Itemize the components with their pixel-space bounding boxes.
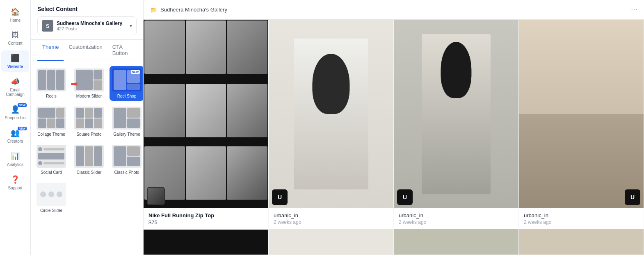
theme-preview-square [74,107,104,130]
email-icon: 📣 [11,77,20,86]
theme-item-social-card[interactable]: Social Card [34,142,69,177]
theme-preview-classic-photo [112,145,142,168]
support-icon: ❓ [11,175,20,184]
gallery-avatar: S [42,20,53,32]
tab-theme[interactable]: Theme [37,40,64,61]
photo-time: 2 weeks ago [274,219,388,225]
circle-dot [48,191,54,197]
more-options-button[interactable]: ⋯ [631,6,637,14]
gallery-name: Sudheera Minocha's Gallery [57,20,126,26]
gallery-posts: 427 Posts [57,26,126,31]
sidebar-item-label: Analytics [7,162,23,167]
theme-label: Social Card [41,170,62,175]
panel-header: Select Content S Sudheera Minocha's Gall… [31,0,143,40]
theme-preview-reels [37,68,66,91]
theme-item-classic-photo[interactable]: Classic Photo [110,142,144,177]
sidebar-item-label: Website [7,64,23,69]
home-icon: 🏠 [11,7,20,16]
sidebar-item-content[interactable]: 🖼 Content [1,27,29,49]
sidebar-item-label: Content [8,41,22,46]
sidebar-item-support[interactable]: ❓ Support [1,172,29,194]
theme-preview-reel-shop: NEW [112,68,142,91]
theme-label: Circle Slider [40,208,62,213]
gallery-info: Sudheera Minocha's Gallery 427 Posts [57,20,126,31]
circle-dot [40,191,46,197]
photo-username: urbanic_in [524,212,639,219]
theme-grid: Reels Modern Slider NEW [31,61,143,220]
photo-card-info: urbanic_in 2 weeks ago [394,208,518,229]
photo-card-info: Nike Full Running Zip Top $75 [144,208,268,230]
theme-preview-collage [37,107,66,130]
theme-label: Reel Shop [117,94,137,98]
photo-card: Nike Full Running Zip Top $75 [144,20,269,255]
analytics-icon: 📊 [11,152,20,161]
sidebar-item-website[interactable]: ⬛ Website [1,50,29,72]
photo-title: Nike Full Running Zip Top [148,212,263,219]
theme-item-square-photo[interactable]: Square Photo [72,104,106,139]
top-bar-title: Sudheera Minocha's Gallery [160,7,227,13]
user-badge-letter: U [403,194,407,200]
sidebar-item-home[interactable]: 🏠 Home [1,4,29,26]
theme-label: Classic Slider [77,170,102,175]
new-badge: NEW [18,127,27,130]
new-badge: NEW [18,103,27,107]
theme-preview-classic-slider [74,145,104,168]
theme-label: Modern Slider [76,94,102,98]
photo-username: urbanic_in [274,212,388,219]
sidebar-item-label: Home [10,18,21,23]
sidebar-item-shoponbio[interactable]: NEW 👤 Shopon.bio [1,102,29,123]
photo-card-info: urbanic_in 2 weeks ago [269,208,393,229]
theme-preview-social [37,145,66,168]
photo-card-info: urbanic_in 2 weeks ago [519,208,644,229]
website-icon: ⬛ [11,54,20,63]
tabs: Theme Customization CTA Button [31,40,143,61]
top-bar: 📁 Sudheera Minocha's Gallery ⋯ [144,0,644,20]
photo-username: urbanic_in [399,212,514,219]
sidebar-item-creators[interactable]: NEW 👥 Creators [1,125,29,147]
photo-time: 2 weeks ago [399,219,514,225]
photo-card: U urbanic_in 2 weeks ago [269,20,394,255]
sidebar-item-label: Support [8,186,22,190]
theme-item-modern-slider[interactable]: Modern Slider [72,66,106,101]
sidebar-item-label: Shopon.bio [5,116,26,120]
sidebar: 🏠 Home 🖼 Content ⬛ Website 📣 Email Campa… [0,0,31,255]
gallery-selector[interactable]: S Sudheera Minocha's Gallery 427 Posts ▾ [37,16,137,35]
photo-price: $75 [148,219,263,225]
photo-card: U urbanic_in 2 weeks ago [519,20,644,255]
theme-label: Collage Theme [37,132,65,137]
photo-card: U urbanic_in 2 weeks ago [394,20,519,255]
theme-item-gallery-theme[interactable]: Gallery Theme [110,104,144,139]
chevron-down-icon: ▾ [130,23,132,29]
theme-item-collage-theme[interactable]: Collage Theme [34,104,69,139]
theme-preview-gallery [112,107,142,130]
content-panel: Select Content S Sudheera Minocha's Gall… [31,0,144,255]
tab-customization[interactable]: Customization [64,40,107,61]
user-badge-letter: U [278,194,282,200]
theme-label: Square Photo [76,132,101,137]
theme-item-circle-slider[interactable]: Circle Slider [34,180,69,215]
photo-grid: Nike Full Running Zip Top $75 U urbanic_… [144,20,644,255]
theme-label: Reels [46,94,57,98]
theme-preview-circle-slider [37,183,66,206]
new-badge: NEW [131,70,140,74]
theme-label: Classic Photo [114,170,139,175]
content-area: 📁 Sudheera Minocha's Gallery ⋯ [144,0,644,255]
theme-item-classic-slider[interactable]: Classic Slider [72,142,106,177]
user-badge-letter: U [630,194,635,200]
panel-title: Select Content [37,6,137,12]
theme-preview-modern-slider [74,68,104,91]
theme-item-reel-shop[interactable]: NEW Reel Shop [110,66,144,101]
circle-dot [57,191,62,197]
theme-item-reels[interactable]: Reels [34,66,69,101]
sidebar-item-email-campaign[interactable]: 📣 Email Campaign [1,74,29,100]
sidebar-item-analytics[interactable]: 📊 Analytics [1,148,29,170]
sidebar-item-label: Email Campaign [3,88,27,97]
photo-time: 2 weeks ago [524,219,639,225]
folder-icon: 📁 [150,7,157,13]
theme-label: Gallery Theme [113,132,140,137]
tab-cta-button[interactable]: CTA Button [107,40,137,61]
content-icon: 🖼 [11,31,19,39]
sidebar-item-label: Creators [7,139,23,143]
